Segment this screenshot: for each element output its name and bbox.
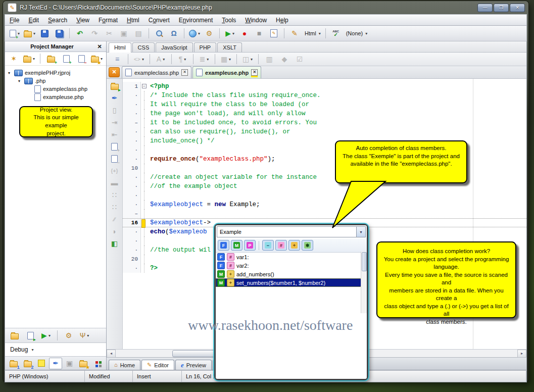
undo-button[interactable]: ↶ <box>73 28 86 39</box>
lang-tab-php[interactable]: PHP <box>194 42 217 52</box>
code-text[interactable]: It will require the class to be loaded (… <box>148 101 526 108</box>
hatch-lines-button[interactable]: ∕∕ <box>109 214 120 224</box>
filter-all-button[interactable]: ✱ <box>302 240 313 251</box>
lang-tab-css[interactable]: CSS <box>132 42 155 52</box>
font-style-button[interactable]: A▾ <box>154 54 167 65</box>
maximize-button[interactable]: ❐ <box>494 4 509 12</box>
panel-files-2-button[interactable]: 2 <box>21 358 34 369</box>
special-characters-button[interactable]: Ω <box>167 28 180 39</box>
menu-item-convert[interactable]: Convert <box>144 16 174 25</box>
indent-button[interactable]: ⇥ <box>109 117 120 127</box>
insert-shape-button[interactable]: ◆ <box>278 54 291 65</box>
save-all-button[interactable] <box>53 28 66 39</box>
syntax-select-button[interactable]: Html▾ <box>303 28 322 39</box>
settings-gear-button[interactable]: ⚙ <box>203 28 216 39</box>
export-folder-button[interactable]: ▸ <box>109 81 120 91</box>
close-button[interactable]: ✕ <box>510 4 525 12</box>
columns-button[interactable]: ▥ <box>263 54 276 65</box>
debug-selector[interactable]: Debug ▾ <box>5 342 106 356</box>
add-folder-button[interactable]: + <box>44 53 58 64</box>
doc-add-button[interactable]: + <box>109 141 120 152</box>
doc-remove-button[interactable]: − <box>109 154 120 164</box>
paragraph-format-button[interactable]: ¶▾ <box>176 54 189 65</box>
toggle-side-panel-button[interactable]: ◧ <box>109 238 120 249</box>
code-text[interactable]: the page won't load), and will only allo… <box>148 110 526 117</box>
remove-file-button[interactable]: − <box>75 53 88 64</box>
filter-methods-button[interactable]: M <box>231 240 242 251</box>
block-select-button[interactable]: ▬ <box>109 178 120 188</box>
copy-button[interactable]: ▣ <box>117 28 130 39</box>
lang-tab-xslt[interactable]: XSLT <box>217 42 242 52</box>
member-item[interactable]: M+add_numbers() <box>216 270 367 278</box>
code-text[interactable]: it to be included once, to avoid errors.… <box>148 119 526 126</box>
paste-button[interactable]: ▤ <box>132 28 145 39</box>
tree-expander-icon[interactable]: ▾ <box>18 79 22 83</box>
member-item[interactable]: M+set_numbers($number1, $number2) <box>216 278 367 287</box>
open-project-button[interactable]: ▾ <box>22 53 36 64</box>
menu-item-tools[interactable]: Tools <box>217 16 240 25</box>
squares-b-button[interactable]: ∷ <box>109 202 120 212</box>
new-file-button[interactable]: +▾ <box>8 28 21 39</box>
filter-public-button[interactable]: + <box>288 240 300 251</box>
code-snippet-button[interactable]: {+} <box>109 166 120 176</box>
menu-item-format[interactable]: Format <box>94 16 122 25</box>
list-format-button[interactable]: ≣▾ <box>198 54 211 65</box>
tab-close-icon[interactable]: ✕ <box>181 69 188 76</box>
insert-table-button[interactable]: ◫▾ <box>241 54 254 65</box>
debug-settings-button[interactable]: ⚙ <box>62 330 75 341</box>
lang-tab-javascript[interactable]: JavaScript <box>156 42 192 52</box>
cut-button[interactable]: ✂ <box>103 28 116 39</box>
syntax-pencil-button[interactable]: ✎ <box>288 28 301 39</box>
insert-widget-button[interactable]: ▦▾ <box>219 54 232 65</box>
close-document-button[interactable]: ✕ <box>109 67 120 77</box>
spellcheck-select-button[interactable]: (None)▾ <box>344 28 369 39</box>
squares-a-button[interactable]: ∷ <box>109 190 120 200</box>
code-tags-button[interactable]: <>▾ <box>132 54 145 65</box>
doc-tab-exampleuse-php[interactable]: exampleuse.php✕ <box>192 66 261 78</box>
blob-tool-button[interactable]: ◗ <box>109 226 120 236</box>
panel-clips-button[interactable]: ▣ <box>63 358 76 369</box>
debug-run-button[interactable]: ▶▾ <box>39 330 53 341</box>
scrollbar-thumb[interactable] <box>172 350 216 357</box>
edit-document-button[interactable]: ✎ <box>267 28 280 39</box>
tab-home[interactable]: ⌂Home <box>109 360 140 370</box>
popup-scrollbar[interactable] <box>361 252 367 313</box>
scroll-left-icon[interactable]: ◂ <box>107 350 116 358</box>
menu-item-help[interactable]: Help <box>271 16 293 25</box>
project-templates-button[interactable]: ★▾ <box>90 53 104 64</box>
browser-preview-button[interactable]: ▾ <box>188 28 201 39</box>
tree-item-exampleclass-php[interactable]: exampleclass.php <box>6 85 105 93</box>
spellcheck-button[interactable]: ABC✓ <box>329 28 343 39</box>
menu-item-window[interactable]: Window <box>240 16 271 25</box>
menu-item-edit[interactable]: Edit <box>24 16 43 25</box>
member-item[interactable]: F#var1: <box>216 253 367 261</box>
panel-templates-button[interactable]: ★ <box>77 358 90 369</box>
doc-blank-button[interactable]: ▯ <box>109 105 120 115</box>
minimize-button[interactable]: — <box>477 4 493 12</box>
outdent-button[interactable]: ⇤ <box>109 129 120 139</box>
debug-source-folder-button[interactable] <box>8 330 21 341</box>
add-file-button[interactable]: + <box>60 53 73 64</box>
filter-private-button[interactable]: − <box>262 240 274 251</box>
panel-notes-button[interactable] <box>35 358 48 369</box>
tree-expander-icon[interactable]: ▾ <box>8 71 12 75</box>
run-button[interactable]: ▶▾ <box>223 28 236 39</box>
debug-source-file-button[interactable]: ▸ <box>24 330 37 341</box>
tab-close-icon[interactable]: ✕ <box>251 69 258 76</box>
open-file-button[interactable]: ▾ <box>23 28 36 39</box>
menu-item-html[interactable]: Html <box>122 16 144 25</box>
code-text[interactable]: /* Include the class file using require_… <box>148 92 526 99</box>
panel-explorer-button[interactable] <box>91 358 104 369</box>
menu-item-search[interactable]: Search <box>43 16 72 25</box>
highlight-brush-button[interactable]: ✒ <box>109 93 120 103</box>
tab-editor[interactable]: ✎Editor <box>141 360 174 370</box>
save-button[interactable] <box>38 28 51 39</box>
insert-form-button[interactable]: ☑ <box>293 54 306 65</box>
scroll-right-icon[interactable]: ▸ <box>517 350 526 358</box>
filter-protected-button[interactable]: # <box>275 240 287 251</box>
code-text[interactable]: <?php <box>148 83 526 90</box>
record-macro-button[interactable]: ● <box>238 28 251 39</box>
tree-item-exampleuse-php[interactable]: exampleuse.php <box>6 93 105 101</box>
menu-item-environment[interactable]: Environment <box>174 16 217 25</box>
lang-tab-html[interactable]: Html <box>109 42 131 53</box>
